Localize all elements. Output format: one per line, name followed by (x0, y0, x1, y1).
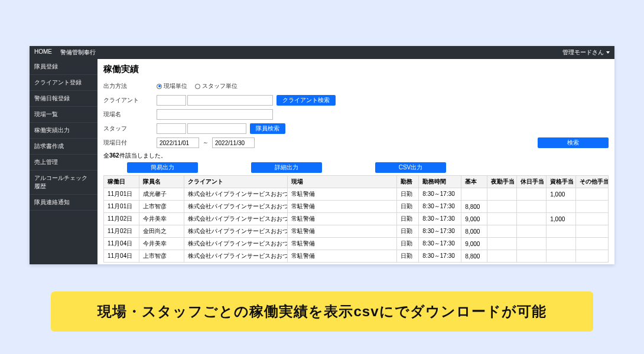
output-method-label: 出力方法 (103, 82, 157, 90)
cell-date: 11月01日 (104, 201, 139, 213)
user-menu[interactable]: 管理モードさん (562, 48, 610, 57)
cell-base: 9,000 (461, 213, 487, 225)
client-label: クライアント (103, 96, 157, 104)
cell-date: 11月02日 (104, 213, 139, 225)
cell-hours: 8:30～17:30 (419, 201, 461, 213)
cell-hours: 8:30～17:30 (419, 213, 461, 225)
cell-hours: 8:30～17:30 (419, 250, 461, 263)
cell-holiday (517, 225, 547, 238)
detail-output-button[interactable]: 詳細出力 (251, 162, 322, 173)
table-row: 11月01日上市智彦株式会社パイプラインサービスおおつ常駐警備日勤8:30～17… (104, 201, 609, 213)
page-title: 稼働実績 (103, 64, 609, 75)
cell-base: 8,800 (461, 250, 487, 263)
sidebar-item-notify[interactable]: 隊員連絡通知 (30, 195, 97, 211)
chevron-down-icon (606, 51, 610, 54)
cell-holiday (517, 250, 547, 263)
radio-icon (195, 84, 200, 89)
cell-holiday (517, 188, 547, 201)
cell-name: 上市智彦 (139, 201, 184, 213)
th-hours: 勤務時間 (419, 176, 461, 188)
th-cert: 資格手当 (547, 176, 576, 188)
cell-site: 常駐警備 (287, 188, 396, 201)
cell-cert: 1,000 (547, 188, 576, 201)
table-row: 11月04日今井美幸株式会社パイプラインサービスおおつ常駐警備日勤8:30～17… (104, 238, 609, 250)
cell-shift: 日勤 (397, 225, 419, 238)
date-from-input[interactable] (157, 137, 199, 148)
cell-client: 株式会社パイプラインサービスおおつ (184, 213, 288, 225)
cell-holiday (517, 238, 547, 250)
site-name-input[interactable] (157, 109, 273, 120)
cell-name: 成光馨子 (139, 188, 184, 201)
staff-search-button[interactable]: 隊員検索 (250, 123, 285, 134)
cell-base: 8,800 (461, 201, 487, 213)
cell-client: 株式会社パイプラインサービスおおつ (184, 225, 288, 238)
cell-holiday (517, 213, 547, 225)
caption-banner: 現場・スタッフごとの稼働実績を表示csvにでダウンロードが可能 (51, 291, 593, 332)
table-row: 11月02日金田尚之株式会社パイプラインサービスおおつ常駐警備日勤8:30～17… (104, 225, 609, 238)
th-client: クライアント (184, 176, 288, 188)
sidebar-item-invoice[interactable]: 請求書作成 (30, 139, 97, 155)
cell-cert (547, 201, 576, 213)
cell-base: 9,000 (461, 238, 487, 250)
cell-cert (547, 225, 576, 238)
cell-name: 今井美幸 (139, 238, 184, 250)
cell-site: 常駐警備 (287, 250, 396, 263)
result-count: 全362件該当しました。 (103, 152, 609, 160)
cell-cert: 1,000 (547, 213, 576, 225)
cell-site: 常駐警備 (287, 213, 396, 225)
radio-icon (157, 84, 162, 89)
cell-date: 11月01日 (104, 188, 139, 201)
sidebar-item-client-register[interactable]: クライアント登録 (30, 75, 97, 91)
cell-name: 金田尚之 (139, 225, 184, 238)
site-label: 現場名 (103, 110, 157, 119)
sidebar: 隊員登録 クライアント登録 警備日報登録 現場一覧 稼働実績出力 請求書作成 売… (30, 59, 97, 264)
staff-name-input[interactable] (187, 123, 246, 134)
cell-base (461, 188, 487, 201)
topbar: HOME 警備管制奉行 管理モードさん (30, 46, 614, 59)
sidebar-item-staff-register[interactable]: 隊員登録 (30, 59, 97, 75)
cell-night (487, 188, 516, 201)
cell-night (487, 201, 516, 213)
nav-brand[interactable]: 警備管制奉行 (60, 48, 96, 57)
staff-code-input[interactable] (157, 123, 186, 134)
cell-shift: 日勤 (397, 213, 419, 225)
th-base: 基本 (461, 176, 487, 188)
client-name-input[interactable] (187, 95, 273, 106)
sidebar-item-alcohol[interactable]: アルコールチェック履歴 (30, 171, 97, 195)
nav-home[interactable]: HOME (34, 48, 52, 57)
th-night: 夜勤手当 (487, 176, 516, 188)
cell-client: 株式会社パイプラインサービスおおつ (184, 238, 288, 250)
cell-holiday (517, 201, 547, 213)
radio-staff-unit[interactable]: スタッフ単位 (195, 82, 238, 90)
client-code-input[interactable] (157, 95, 186, 106)
cell-shift: 日勤 (397, 188, 419, 201)
cell-site: 常駐警備 (287, 238, 396, 250)
table-row: 11月01日成光馨子株式会社パイプラインサービスおおつ常駐警備日勤8:30～17… (104, 188, 609, 201)
cell-client: 株式会社パイプラインサービスおおつ (184, 201, 288, 213)
radio-site-unit[interactable]: 現場単位 (157, 82, 187, 90)
cell-date: 11月04日 (104, 238, 139, 250)
cell-client: 株式会社パイプラインサービスおおつ (184, 250, 288, 263)
cell-date: 11月02日 (104, 225, 139, 238)
filter-form: 出力方法 現場単位 スタッフ単位 クライアント クライアント検索 現場名 (103, 80, 609, 149)
cell-hours: 8:30～17:30 (419, 238, 461, 250)
cell-shift: 日勤 (397, 250, 419, 263)
csv-output-button[interactable]: CSV出力 (375, 162, 446, 173)
sidebar-item-site-list[interactable]: 現場一覧 (30, 107, 97, 123)
client-search-button[interactable]: クライアント検索 (277, 95, 336, 106)
th-other: その他手当 (576, 176, 609, 188)
sidebar-item-sales[interactable]: 売上管理 (30, 155, 97, 171)
search-button[interactable]: 検索 (538, 137, 609, 148)
table-row: 11月02日今井美幸株式会社パイプラインサービスおおつ常駐警備日勤8:30～17… (104, 213, 609, 225)
sidebar-item-work-output[interactable]: 稼働実績出力 (30, 123, 97, 139)
simple-output-button[interactable]: 簡易出力 (127, 162, 198, 173)
date-to-input[interactable] (212, 137, 255, 148)
cell-night (487, 225, 516, 238)
staff-label: スタッフ (103, 124, 157, 133)
user-name: 管理モードさん (562, 48, 604, 57)
th-site: 現場 (287, 176, 396, 188)
cell-other (576, 213, 609, 225)
sidebar-item-daily-report[interactable]: 警備日報登録 (30, 91, 97, 107)
cell-hours: 8:30～17:30 (419, 225, 461, 238)
table-row: 11月04日上市智彦株式会社パイプラインサービスおおつ常駐警備日勤8:30～17… (104, 250, 609, 263)
